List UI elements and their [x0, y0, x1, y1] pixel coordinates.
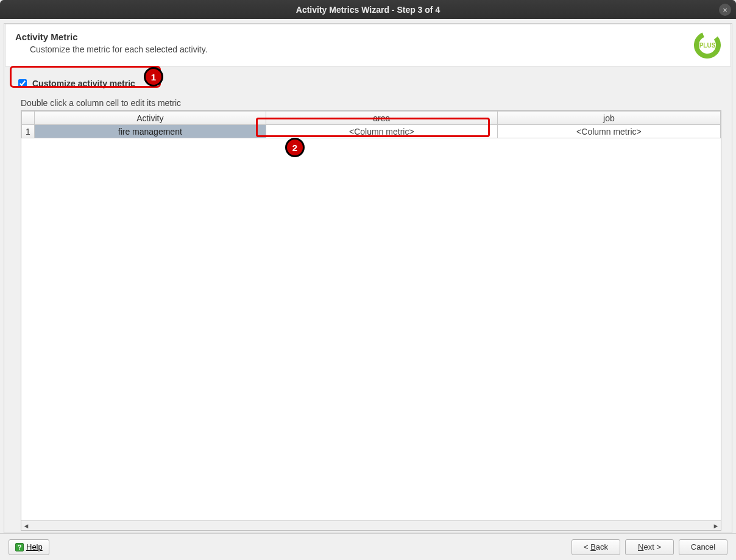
col-job[interactable]: job [497, 112, 720, 125]
row-number: 1 [22, 125, 35, 138]
customize-metric-label: Customize activity metric [32, 79, 135, 88]
help-label: Help [26, 542, 43, 551]
body-panel: Customize activity metric Double click a… [5, 66, 731, 531]
metrics-table[interactable]: Activity area job 1 fire management <Col… [21, 111, 721, 138]
wizard-footer: ? Help < Back Next > Cancel [0, 533, 736, 560]
table-header-row: Activity area job [22, 112, 721, 125]
cell-job[interactable]: <Column metric> [497, 125, 720, 138]
close-icon: × [723, 5, 727, 15]
cell-area[interactable]: <Column metric> [266, 125, 497, 138]
customize-metric-checkbox[interactable] [18, 79, 27, 88]
cell-activity[interactable]: fire management [34, 125, 266, 138]
scroll-left-icon[interactable]: ◄ [21, 522, 31, 530]
title-bar: Activity Metrics Wizard - Step 3 of 4 × [0, 0, 736, 19]
page-subtitle: Customize the metric for each selected a… [30, 44, 208, 54]
back-ul: B [590, 542, 596, 551]
help-button[interactable]: ? Help [9, 539, 49, 555]
page-title: Activity Metric [15, 32, 208, 42]
metrics-table-container: Activity area job 1 fire management <Col… [21, 110, 721, 531]
svg-text:PLUS: PLUS [699, 42, 716, 49]
close-button[interactable]: × [719, 4, 731, 16]
horizontal-scrollbar[interactable]: ◄ ► [21, 520, 721, 530]
instruction-text: Double click a column cell to edit its m… [21, 98, 721, 108]
col-area[interactable]: area [266, 112, 497, 125]
header-text: Activity Metric Customize the metric for… [15, 32, 208, 54]
wizard-nav-buttons: < Back Next > Cancel [571, 539, 727, 555]
col-activity[interactable]: Activity [34, 112, 266, 125]
scroll-right-icon[interactable]: ► [711, 522, 721, 530]
next-ul: N [638, 542, 643, 551]
cancel-button[interactable]: Cancel [679, 539, 727, 555]
window-title: Activity Metrics Wizard - Step 3 of 4 [296, 5, 440, 15]
header-panel: Activity Metric Customize the metric for… [5, 24, 731, 66]
back-button[interactable]: < Back [571, 539, 620, 555]
plus-logo-icon: PLUS [694, 32, 721, 58]
row-header-blank [22, 112, 35, 125]
customize-metric-checkbox-row: Customize activity metric [15, 74, 721, 93]
help-icon: ? [15, 543, 24, 551]
table-row[interactable]: 1 fire management <Column metric> <Colum… [22, 125, 721, 138]
next-button[interactable]: Next > [625, 539, 674, 555]
